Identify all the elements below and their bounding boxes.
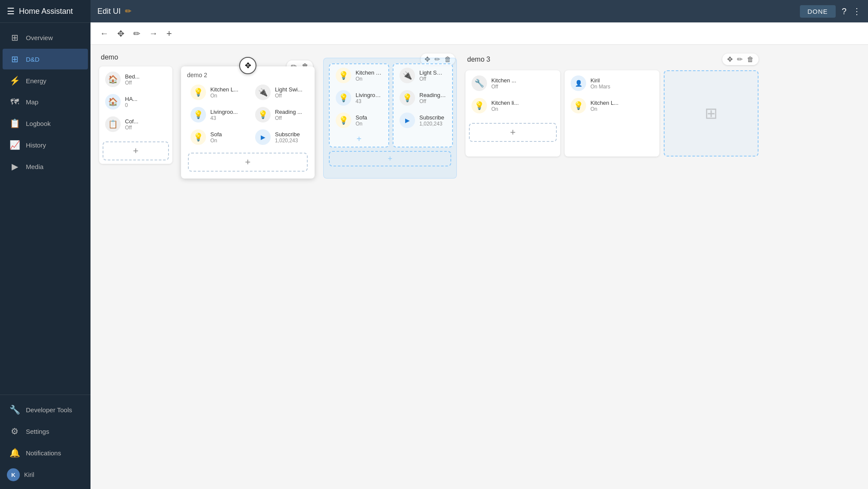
demo2-grid: 💡 Kitchen L... On 💡 Livingroo... 43 bbox=[181, 81, 315, 148]
demo-entities: 🏠 Bed... Off 🏠 HA... 0 bbox=[99, 66, 172, 139]
entity-info: HA... 0 bbox=[125, 96, 166, 108]
demo3-move-button[interactable]: ✥ bbox=[726, 54, 734, 64]
entity-row[interactable]: ▶ Subscribe 1,020,243 bbox=[249, 126, 311, 148]
entity-icon: 🔌 bbox=[255, 85, 271, 100]
entity-row[interactable]: 💡 Kitchen L... On bbox=[330, 64, 388, 87]
add-entity-button[interactable]: + bbox=[103, 141, 169, 160]
forward-button[interactable]: → bbox=[147, 27, 160, 40]
sidebar-nav: ⊞ Overview ⊞ D&D ⚡ Energy 🗺 Map 📋 Logboo… bbox=[0, 23, 91, 395]
entity-icon: 🏠 bbox=[105, 72, 121, 87]
edit-button[interactable]: ✏ bbox=[131, 27, 143, 41]
inner-add-left[interactable]: + bbox=[330, 132, 388, 147]
demo2-inner-grid: 💡 Kitchen L... On 💡 Livingroo... 43 bbox=[329, 63, 451, 147]
done-button[interactable]: DONE bbox=[800, 5, 836, 18]
entity-icon: 📋 bbox=[105, 116, 121, 132]
more-options-button[interactable]: ⋮ bbox=[852, 6, 861, 16]
entity-row[interactable]: 💡 Livingroo... 43 bbox=[184, 103, 247, 126]
developer-tools-icon: 🔧 bbox=[9, 404, 20, 415]
entity-icon: 💡 bbox=[190, 107, 206, 122]
sidebar-item-notifications[interactable]: 🔔 Notifications bbox=[3, 442, 88, 463]
entity-icon: 💡 bbox=[336, 113, 351, 128]
entity-row[interactable]: 💡 Sofa On bbox=[330, 109, 388, 132]
logbook-icon: 📋 bbox=[9, 118, 20, 129]
demo2-background-highlight: 💡 Kitchen L... On 💡 Livingroo... 43 bbox=[323, 58, 457, 179]
entity-icon: 💡 bbox=[190, 85, 206, 100]
sidebar-item-overview[interactable]: ⊞ Overview bbox=[3, 27, 88, 48]
sidebar-item-logbook[interactable]: 📋 Logbook bbox=[3, 113, 88, 134]
entity-row[interactable]: 💡 Livingroo... 43 bbox=[330, 87, 388, 109]
entity-icon: 🔌 bbox=[400, 68, 415, 83]
entity-row[interactable]: 🔌 Light Swi... Off bbox=[249, 81, 311, 103]
move-button[interactable]: ✥ bbox=[115, 27, 127, 41]
demo3-title: demo 3 bbox=[465, 56, 492, 63]
demo2-add-button[interactable]: + bbox=[188, 153, 308, 172]
entity-icon: 💡 bbox=[336, 68, 351, 83]
add-card-button[interactable]: + bbox=[164, 26, 175, 41]
entity-icon: ▶ bbox=[400, 113, 415, 128]
demo3-left-panel: 🔧 Kitchen ... Off 💡 Kitchen li... On bbox=[465, 70, 560, 157]
demo3-delete-button[interactable]: 🗑 bbox=[746, 54, 755, 64]
overview-icon: ⊞ bbox=[9, 32, 20, 43]
entity-icon: ▶ bbox=[255, 129, 271, 145]
demo3-edit-button[interactable]: ✏ bbox=[736, 54, 744, 64]
user-profile[interactable]: K Kiril bbox=[0, 464, 91, 486]
entity-row[interactable]: 💡 Reading ... Off bbox=[393, 87, 452, 109]
sidebar-item-dnd[interactable]: ⊞ D&D bbox=[3, 49, 88, 69]
media-icon: ▶ bbox=[9, 161, 20, 172]
map-icon: 🗺 bbox=[9, 97, 20, 107]
entity-icon: 💡 bbox=[336, 90, 351, 106]
back-button[interactable]: ← bbox=[97, 27, 111, 40]
entity-row[interactable]: ▶ Subscribe 1,020,243 bbox=[393, 109, 452, 132]
history-icon: 📈 bbox=[9, 140, 20, 150]
entity-row[interactable]: 🔧 Kitchen ... Off bbox=[465, 72, 560, 94]
sidebar: ☰ Home Assistant ⊞ Overview ⊞ D&D ⚡ Ener… bbox=[0, 0, 91, 489]
help-button[interactable]: ? bbox=[842, 6, 846, 16]
dashboard: demo 🏠 Bed... Off 🏠 HA... 0 bbox=[91, 45, 868, 489]
app-title: ☰ Home Assistant bbox=[0, 0, 91, 23]
menu-icon[interactable]: ☰ bbox=[7, 6, 15, 16]
entity-row[interactable]: 🔌 Light Swi... Off bbox=[393, 64, 452, 87]
entity-row[interactable]: 💡 Kitchen L... On bbox=[184, 81, 247, 103]
page-title: Edit UI bbox=[97, 7, 121, 16]
entity-row[interactable]: 💡 Reading ... Off bbox=[249, 103, 311, 126]
demo2-dashed-right: 🔌 Light Swi... Off 💡 Reading ... Off bbox=[393, 63, 453, 147]
entity-row[interactable]: 👤 Kiril On Mars bbox=[565, 72, 659, 94]
grid-placeholder-icon: ⊞ bbox=[705, 104, 718, 122]
highlight-add-button[interactable]: + bbox=[329, 151, 451, 166]
entity-icon: 🏠 bbox=[105, 94, 121, 110]
energy-icon: ⚡ bbox=[9, 75, 20, 86]
sidebar-item-map[interactable]: 🗺 Map bbox=[3, 92, 88, 112]
avatar: K bbox=[7, 468, 20, 481]
settings-icon: ⚙ bbox=[9, 426, 20, 436]
demo2-move-handle[interactable]: ✥ bbox=[239, 57, 256, 74]
entity-icon: 💡 bbox=[255, 107, 271, 122]
sidebar-item-history[interactable]: 📈 History bbox=[3, 135, 88, 155]
entity-icon: 💡 bbox=[400, 90, 415, 106]
entity-row[interactable]: 💡 Kitchen L... On bbox=[565, 94, 659, 117]
demo2-right-col: 🔌 Light Swi... Off 💡 Reading ... Off bbox=[249, 81, 311, 148]
demo3-toolbar: ✥ ✏ 🗑 bbox=[722, 53, 759, 65]
sidebar-item-settings[interactable]: ⚙ Settings bbox=[3, 421, 88, 442]
edit-toolbar: ← ✥ ✏ → + bbox=[91, 22, 868, 45]
sidebar-bottom: 🔧 Developer Tools ⚙ Settings 🔔 Notificat… bbox=[0, 395, 91, 489]
sidebar-item-media[interactable]: ▶ Media bbox=[3, 156, 88, 177]
demo3-column: demo 3 ✥ ✏ 🗑 🔧 Kitchen ... bbox=[465, 53, 759, 157]
entity-row[interactable]: 🏠 Bed... Off bbox=[99, 68, 172, 91]
demo-column: demo 🏠 Bed... Off 🏠 HA... 0 bbox=[99, 53, 172, 164]
sidebar-item-energy[interactable]: ⚡ Energy bbox=[3, 70, 88, 91]
demo3-empty-slot[interactable]: ⊞ bbox=[664, 70, 759, 157]
entity-row[interactable]: 📋 Cof... Off bbox=[99, 113, 172, 135]
entity-icon: 👤 bbox=[571, 75, 586, 91]
entity-row[interactable]: 💡 Kitchen li... On bbox=[465, 94, 560, 117]
entity-icon: 💡 bbox=[571, 98, 586, 113]
edit-page-title-icon[interactable]: ✏ bbox=[125, 6, 131, 16]
demo2-highlight-area: ✥ ✏ 🗑 💡 Kitchen L... On bbox=[323, 58, 457, 179]
sidebar-item-developer-tools[interactable]: 🔧 Developer Tools bbox=[3, 399, 88, 420]
demo3-left-add-button[interactable]: + bbox=[469, 123, 557, 142]
topbar-actions: DONE ? ⋮ bbox=[800, 5, 861, 18]
entity-row[interactable]: 🏠 HA... 0 bbox=[99, 91, 172, 113]
entity-row[interactable]: 💡 Sofa On bbox=[184, 126, 247, 148]
topbar: Edit UI ✏ DONE ? ⋮ bbox=[91, 0, 868, 22]
demo3-grid: 🔧 Kitchen ... Off 💡 Kitchen li... On bbox=[465, 70, 759, 157]
topbar-title-area: Edit UI ✏ bbox=[97, 6, 131, 16]
